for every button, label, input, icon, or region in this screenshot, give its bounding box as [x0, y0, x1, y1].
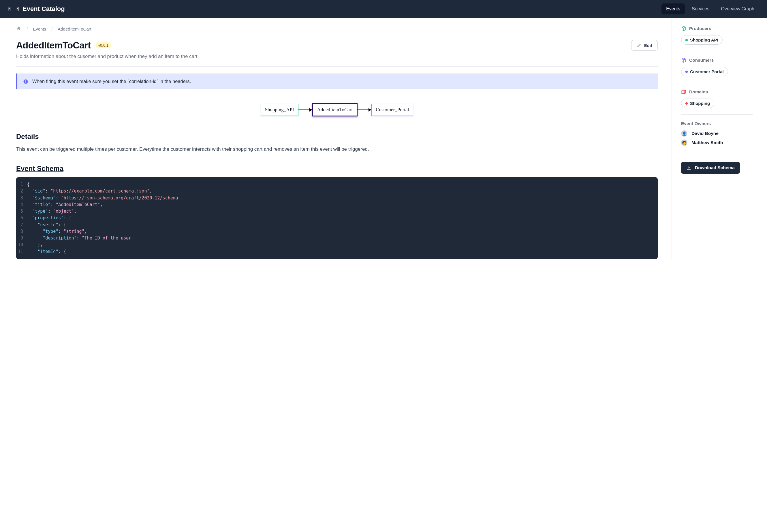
divider: [16, 66, 658, 67]
code-line: 11 "itemId": {: [16, 248, 658, 255]
top-nav: Event Catalog Events Services Overview G…: [0, 0, 767, 18]
dot-icon: [685, 71, 688, 73]
avatar: 👤: [681, 130, 687, 137]
nav-link-services[interactable]: Services: [687, 3, 714, 14]
details-heading: Details: [16, 133, 658, 141]
code-line: 2 "$id": "https://example.com/cart.schem…: [16, 188, 658, 195]
consumer-chip[interactable]: Customer Portal: [681, 67, 728, 76]
book-icon: [8, 6, 19, 12]
info-callout: When firing this event make sure you set…: [16, 73, 658, 89]
consumers-heading: Consumers: [689, 58, 714, 63]
code-line: 8 "type": "string",: [16, 228, 658, 235]
breadcrumb-events[interactable]: Events: [33, 27, 46, 31]
code-line: 7 "userId": {: [16, 222, 658, 228]
code-line: 4 "title": "AddedItemToCart",: [16, 201, 658, 208]
breadcrumb-current: AddedItemToCart: [58, 27, 91, 31]
schema-heading: Event Schema: [16, 165, 658, 173]
domain-chip[interactable]: Shopping: [681, 99, 714, 108]
breadcrumb: / Events / AddedItemToCart: [16, 26, 658, 32]
owners-section: Event Owners 👤 David Boyne 🧑 Matthew Smi…: [681, 121, 753, 155]
chip-label: Customer Portal: [690, 69, 724, 74]
map-icon: [681, 89, 686, 95]
chip-label: Shopping: [690, 101, 710, 106]
flow-diagram: Shopping_API AddedItemToCart Customer_Po…: [16, 103, 658, 116]
avatar: 🧑: [681, 139, 687, 146]
owner-row[interactable]: 👤 David Boyne: [681, 130, 753, 137]
download-schema-button[interactable]: Download Schema: [681, 162, 740, 174]
flow-event-box: AddedItemToCart: [312, 103, 357, 116]
brand-title: Event Catalog: [22, 5, 65, 13]
brand[interactable]: Event Catalog: [8, 5, 65, 13]
owner-name: Matthew Smith: [691, 140, 723, 145]
producers-section: Producers Shopping API: [681, 26, 753, 51]
breadcrumb-sep: /: [51, 27, 52, 31]
code-line: 10 },: [16, 242, 658, 248]
chip-label: Shopping API: [690, 37, 718, 42]
dot-icon: [685, 39, 688, 41]
version-badge: v0.0.1: [95, 42, 111, 48]
code-line: 3 "$schema": "https://json-schema.org/dr…: [16, 195, 658, 201]
home-icon[interactable]: [16, 26, 21, 32]
details-text: This event can be triggered multiple tim…: [16, 145, 658, 153]
flow-consumer-box: Customer_Portal: [371, 104, 413, 116]
download-icon: [686, 165, 691, 170]
info-icon: [23, 79, 28, 84]
code-line: 1{: [16, 181, 658, 188]
domains-heading: Domains: [689, 89, 708, 95]
owner-row[interactable]: 🧑 Matthew Smith: [681, 139, 753, 146]
producer-chip[interactable]: Shopping API: [681, 35, 723, 45]
svg-rect-1: [25, 81, 26, 82]
callout-text: When firing this event make sure you set…: [32, 79, 191, 84]
code-line: 5 "type": "object",: [16, 208, 658, 215]
nav-link-overview[interactable]: Overview Graph: [716, 3, 759, 14]
arrow-icon: [298, 108, 312, 111]
nav-links: Events Services Overview Graph: [662, 3, 759, 14]
dot-icon: [685, 102, 688, 105]
edit-label: Edit: [644, 43, 652, 48]
consumers-section: Consumers Customer Portal: [681, 58, 753, 83]
svg-rect-2: [25, 80, 26, 81]
code-line: 9 "description": "The ID of the user": [16, 235, 658, 242]
code-line: 6 "properties": {: [16, 215, 658, 221]
breadcrumb-sep: /: [27, 27, 28, 31]
subtitle: Holds information about the cusomer and …: [16, 54, 658, 59]
owner-name: David Boyne: [691, 131, 719, 136]
domains-section: Domains Shopping: [681, 89, 753, 115]
edit-button[interactable]: Edit: [631, 40, 658, 51]
owners-heading: Event Owners: [681, 121, 753, 126]
download-label: Download Schema: [695, 165, 735, 170]
sidebar: Producers Shopping API Consumers Custome…: [672, 18, 767, 259]
nav-link-events[interactable]: Events: [662, 3, 685, 14]
page-title: AddedItemToCart: [16, 40, 91, 51]
cube-icon: [681, 58, 686, 63]
producers-heading: Producers: [689, 26, 711, 31]
cube-icon: [681, 26, 686, 31]
schema-code-block: 1{2 "$id": "https://example.com/cart.sch…: [16, 177, 658, 259]
flow-producer-box: Shopping_API: [261, 104, 298, 116]
arrow-icon: [357, 108, 371, 111]
pencil-icon: [637, 43, 641, 48]
